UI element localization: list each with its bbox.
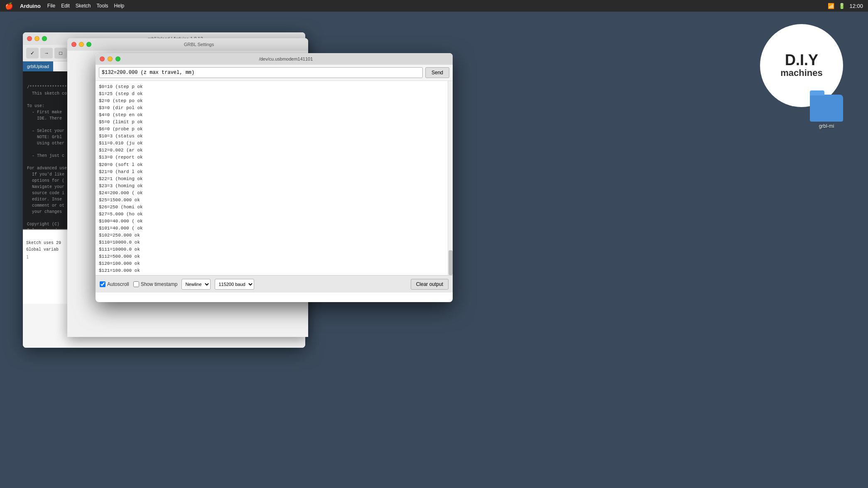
- autoscroll-text: Autoscroll: [107, 281, 129, 287]
- battery-icon: 🔋: [839, 3, 845, 9]
- apple-menu[interactable]: 🍎: [5, 2, 13, 10]
- table-row: $22=1 (homing ok: [99, 176, 444, 183]
- newline-select[interactable]: Newline: [181, 279, 211, 290]
- menu-tools[interactable]: Tools: [97, 3, 108, 9]
- grbl-max-btn[interactable]: [86, 42, 91, 47]
- send-button[interactable]: Send: [425, 67, 449, 78]
- serial-output-content: $0=10 (step p ok$1=25 (step d ok$2=0 (st…: [96, 81, 448, 275]
- table-row: $120=100.000 ok: [99, 260, 444, 267]
- table-row: $27=5.000 (ho ok: [99, 211, 444, 218]
- table-row: $26=250 (homi ok: [99, 204, 444, 211]
- serial-scrollbar[interactable]: [448, 81, 453, 275]
- upload-btn[interactable]: →: [40, 48, 53, 59]
- serial-min-btn[interactable]: [108, 56, 113, 61]
- serial-titlebar: /dev/cu.usbmodem141101: [96, 53, 453, 65]
- menubar-items: File Edit Sketch Tools Help: [47, 3, 124, 9]
- serial-monitor-window[interactable]: /dev/cu.usbmodem141101 Send $0=10 (step …: [96, 53, 453, 302]
- autoscroll-checkbox[interactable]: [100, 281, 105, 287]
- wifi-icon: 📶: [828, 3, 834, 9]
- serial-output-area: $0=10 (step p ok$1=25 (step d ok$2=0 (st…: [96, 81, 453, 275]
- table-row: $112=500.000 ok: [99, 253, 444, 260]
- menu-help[interactable]: Help: [114, 3, 125, 9]
- table-row: $25=1500.000 ok: [99, 197, 444, 204]
- table-row: $121=100.000 ok: [99, 267, 444, 274]
- grbl-close-btn[interactable]: [71, 42, 76, 47]
- grbl-settings-title: GRBL Settings: [94, 42, 304, 47]
- minimize-button[interactable]: [34, 36, 39, 41]
- table-row: $102=250.000 ok: [99, 232, 444, 239]
- table-row: $20=0 (soft l ok: [99, 161, 444, 168]
- folder-icon: [810, 95, 843, 122]
- serial-max-btn[interactable]: [115, 56, 120, 61]
- table-row: $2=0 (step po ok: [99, 98, 444, 105]
- diy-logo-sub: machines: [780, 68, 823, 78]
- menu-sketch[interactable]: Sketch: [76, 3, 91, 9]
- menubar: 🍎 Arduino File Edit Sketch Tools Help 📶 …: [0, 0, 868, 12]
- baud-select[interactable]: 115200 baud: [215, 279, 254, 290]
- table-row: $3=0 (dir pol ok: [99, 105, 444, 112]
- folder-label: grbl-mi: [819, 123, 834, 129]
- table-row: $23=3 (homing ok: [99, 183, 444, 190]
- grbl-settings-titlebar: GRBL Settings: [67, 38, 308, 51]
- verify-btn[interactable]: ✓: [26, 48, 39, 59]
- editor-tab[interactable]: grblUpload: [23, 61, 53, 71]
- table-row: $111=10000.0 ok: [99, 246, 444, 253]
- table-row: $101=40.000 ( ok: [99, 225, 444, 232]
- scrollbar-thumb[interactable]: [449, 250, 453, 275]
- table-row: $1=25 (step d ok: [99, 90, 444, 98]
- timestamp-label[interactable]: Show timestamp: [133, 281, 178, 287]
- desktop: D.I.Y machines grbl-mi grblUpload | Ardu…: [0, 12, 868, 488]
- serial-command-input[interactable]: [99, 67, 423, 78]
- timestamp-checkbox[interactable]: [133, 281, 139, 287]
- table-row: $4=0 (step en ok: [99, 112, 444, 119]
- new-btn[interactable]: □: [54, 48, 67, 59]
- table-row: $12=0.002 (ar ok: [99, 147, 444, 154]
- timestamp-text: Show timestamp: [141, 281, 178, 287]
- menu-file[interactable]: File: [47, 3, 55, 9]
- table-row: $100=40.000 ( ok: [99, 218, 444, 225]
- serial-window-title: /dev/cu.usbmodem141101: [123, 56, 449, 61]
- serial-footer: Autoscroll Show timestamp Newline 115200…: [96, 275, 453, 293]
- clock: 12:00: [849, 3, 863, 9]
- table-row: $10=3 (status ok: [99, 133, 444, 140]
- app-name: Arduino: [20, 3, 41, 9]
- serial-close-btn[interactable]: [100, 56, 105, 61]
- table-row: $24=200.000 ( ok: [99, 190, 444, 197]
- tab-label: grblUpload: [27, 64, 49, 69]
- desktop-folder-grbl[interactable]: grbl-mi: [810, 95, 843, 129]
- diy-logo-text: D.I.Y: [785, 53, 818, 68]
- table-row: $122=10.000 ( ok: [99, 274, 444, 275]
- serial-input-row: Send: [96, 65, 453, 81]
- autoscroll-label[interactable]: Autoscroll: [100, 281, 129, 287]
- table-row: $13=0 (report ok: [99, 154, 444, 161]
- menubar-right: 📶 🔋 12:00: [828, 3, 863, 9]
- grbl-min-btn[interactable]: [79, 42, 84, 47]
- table-row: $110=10000.0 ok: [99, 239, 444, 246]
- table-row: $6=0 (probe p ok: [99, 126, 444, 133]
- table-row: $0=10 (step p ok: [99, 83, 444, 90]
- close-button[interactable]: [27, 36, 32, 41]
- maximize-button[interactable]: [42, 36, 47, 41]
- menu-edit[interactable]: Edit: [61, 3, 70, 9]
- table-row: $11=0.010 (ju ok: [99, 140, 444, 147]
- table-row: $21=0 (hard l ok: [99, 168, 444, 176]
- table-row: $5=0 (limit p ok: [99, 119, 444, 126]
- clear-output-button[interactable]: Clear output: [411, 279, 449, 290]
